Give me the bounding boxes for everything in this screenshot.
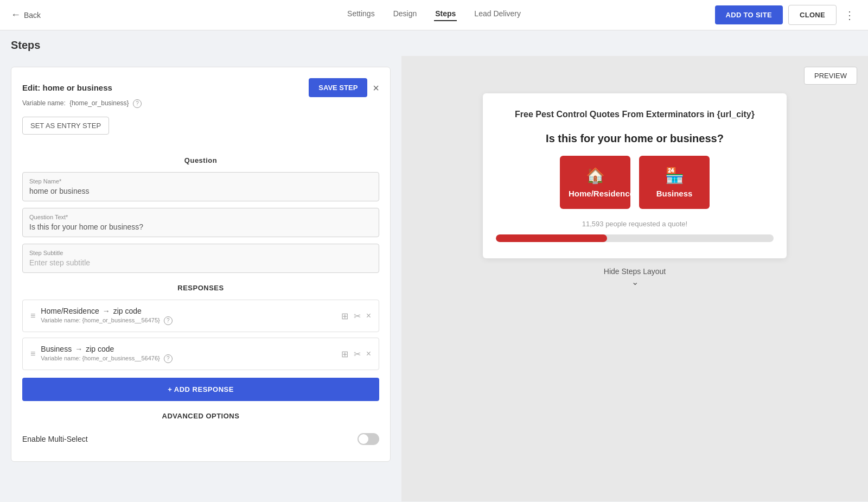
edit-card-title: Edit: home or business [22,83,112,92]
preview-card: Free Pest Control Quotes From Exterminat… [483,93,787,258]
response-image-icon-2[interactable]: ⊞ [341,349,348,359]
left-panel: Edit: home or business SAVE STEP × Varia… [0,56,401,501]
response-goes-to-1: zip code [113,307,142,315]
more-options-icon[interactable]: ⋮ [842,7,857,24]
preview-button[interactable]: PREVIEW [804,67,857,85]
enable-multi-select-label: Enable Multi-Select [22,435,88,443]
preview-question: Is this for your home or business? [496,132,774,145]
back-arrow-icon: ← [11,9,21,21]
step-name-label: Step Name* [29,178,372,185]
responses-section-heading: RESPONSES [22,284,379,292]
drag-handle-2[interactable]: ≡ [30,349,35,359]
add-response-button[interactable]: + ADD RESPONSE [22,378,379,401]
progress-bar [496,234,774,242]
question-text-input[interactable] [29,223,372,231]
response-goes-to-2: zip code [86,345,114,353]
response-name-2: Business [41,345,72,353]
response-var-2: Variable name: {home_or_business__56476}… [41,354,341,363]
hide-steps-label: Hide Steps Layout [604,267,666,276]
top-bar: ← Back Settings Design Steps Lead Delive… [0,0,868,30]
variable-name-row: Variable name: {home_or_business} ? [22,99,379,108]
response-delete-icon-1[interactable]: × [366,311,371,321]
responses-section: ≡ Home/Residence → zip code Variable nam… [22,300,379,370]
variable-name-value: {home_or_business} [69,99,129,107]
choice-home-icon: 🏠 [569,167,622,185]
hide-steps-section[interactable]: Hide Steps Layout ⌄ [604,258,666,296]
chevron-down-icon: ⌄ [604,277,666,287]
variable-name-label: Variable name: [22,99,66,107]
progress-fill [496,234,607,242]
tab-settings[interactable]: Settings [346,9,376,21]
response-name-1: Home/Residence [41,307,99,315]
step-name-input[interactable] [29,187,372,195]
choice-buttons: 🏠 Home/Residence 🏪 Business [496,156,774,209]
choice-home[interactable]: 🏠 Home/Residence [560,156,630,209]
choice-business[interactable]: 🏪 Business [639,156,710,209]
drag-handle-1[interactable]: ≡ [30,311,35,321]
step-subtitle-label: Step Subtitle [29,250,372,256]
step-subtitle-input[interactable] [29,258,372,267]
response-edit-icon-2[interactable]: ✂ [354,349,361,359]
preview-header: Free Pest Control Quotes From Exterminat… [496,110,774,119]
step-subtitle-field: Step Subtitle [22,244,379,273]
edit-card: Edit: home or business SAVE STEP × Varia… [11,67,391,462]
enable-multi-select-row: Enable Multi-Select [22,428,379,450]
choice-business-icon: 🏪 [648,167,701,185]
preview-btn-wrap: PREVIEW [804,67,857,85]
response-label-1: Home/Residence → zip code [41,307,341,315]
add-to-site-button[interactable]: ADD TO SITE [715,5,783,24]
response-info-1: Home/Residence → zip code Variable name:… [41,307,341,325]
page-title: Steps [0,30,868,56]
edit-card-title-group: Edit: home or business [22,83,112,92]
back-button[interactable]: ← Back [11,9,41,21]
choice-business-label: Business [648,189,701,198]
main-layout: Edit: home or business SAVE STEP × Varia… [0,56,868,501]
edit-card-header: Edit: home or business SAVE STEP × [22,78,379,97]
response-var-help-1[interactable]: ? [164,316,173,325]
tab-steps[interactable]: Steps [434,9,457,21]
top-bar-right: ADD TO SITE CLONE ⋮ [715,5,857,25]
tab-design[interactable]: Design [392,9,418,21]
response-edit-icon-1[interactable]: ✂ [354,311,361,321]
variable-help-icon[interactable]: ? [133,99,142,108]
advanced-section: ADVANCED OPTIONS Enable Multi-Select [22,412,379,450]
social-proof-text: 11,593 people requested a quote! [496,220,774,228]
close-button[interactable]: × [373,82,379,93]
advanced-section-heading: ADVANCED OPTIONS [22,412,379,420]
tab-lead-delivery[interactable]: Lead Delivery [473,9,522,21]
clone-button[interactable]: CLONE [788,5,837,25]
question-text-label: Question Text* [29,214,372,220]
response-label-2: Business → zip code [41,345,341,353]
response-item-2: ≡ Business → zip code Variable name: {ho… [22,338,379,370]
response-info-2: Business → zip code Variable name: {home… [41,345,341,363]
response-arrow-2: → [75,345,82,353]
response-arrow-1: → [103,307,110,315]
enable-multi-select-toggle[interactable] [358,433,379,445]
response-actions-1: ⊞ ✂ × [341,311,371,321]
step-name-field: Step Name* [22,172,379,201]
question-section-heading: Question [22,156,379,164]
response-item-1: ≡ Home/Residence → zip code Variable nam… [22,300,379,332]
set-entry-step-button[interactable]: SET AS ENTRY STEP [22,117,109,135]
right-panel: PREVIEW Free Pest Control Quotes From Ex… [401,56,868,501]
response-image-icon-1[interactable]: ⊞ [341,311,348,321]
response-actions-2: ⊞ ✂ × [341,349,371,359]
save-step-button[interactable]: SAVE STEP [309,78,367,97]
back-label: Back [24,11,41,20]
question-text-field: Question Text* [22,208,379,237]
response-var-1: Variable name: {home_or_business__56475}… [41,316,341,325]
nav-tabs: Settings Design Steps Lead Delivery [346,9,522,21]
response-var-help-2[interactable]: ? [164,354,173,363]
response-delete-icon-2[interactable]: × [366,349,371,359]
choice-home-label: Home/Residence [569,189,622,198]
edit-card-actions: SAVE STEP × [309,78,379,97]
